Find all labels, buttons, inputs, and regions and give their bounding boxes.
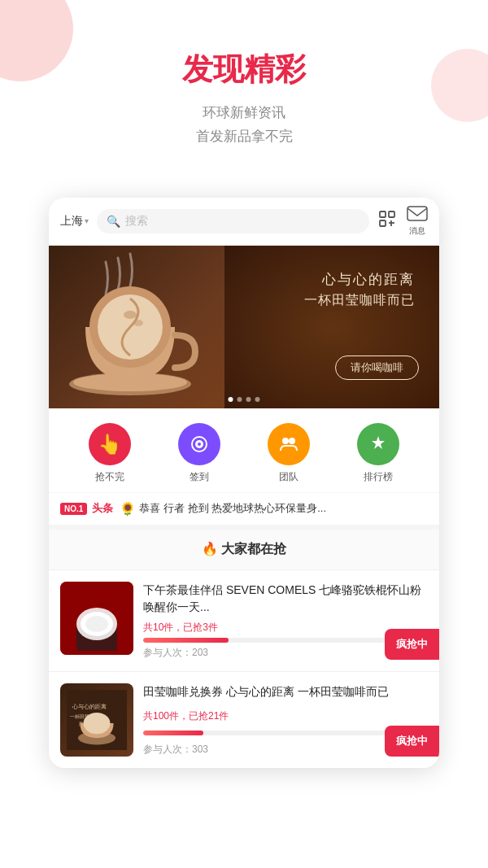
rush-button-2[interactable]: 疯抢中 [385, 726, 439, 757]
product-title-1: 下午茶最佳伴侣 SEVEN COMELS 七峰骆驼铁棍怀山粉 唤醒你一天... [143, 582, 428, 616]
product-title-2: 田莹咖啡兑换券 心与心的距离 一杯田莹咖啡而已 [143, 683, 428, 700]
svg-point-18 [289, 438, 295, 444]
banner-button[interactable]: 请你喝咖啡 [335, 355, 419, 380]
svg-point-13 [133, 320, 143, 326]
icon-item-checkin[interactable]: 签到 [178, 423, 220, 484]
flour-image [60, 582, 133, 655]
rush-label: 抢不完 [95, 470, 124, 484]
team-label: 团队 [279, 470, 298, 484]
rush-button-1[interactable]: 疯抢中 [385, 629, 439, 660]
banner-coffee-illustration [49, 246, 211, 408]
svg-rect-0 [380, 212, 386, 217]
progress-bar-2 [143, 731, 203, 735]
scan-icon[interactable] [377, 209, 397, 233]
svg-point-12 [124, 311, 137, 319]
svg-rect-7 [407, 207, 427, 220]
svg-text:心与心的距离: 心与心的距离 [72, 704, 107, 709]
ranking-icon-circle [357, 423, 399, 465]
hero-subtitle-line1: 环球新鲜资讯 [203, 105, 285, 120]
message-icon [407, 206, 428, 224]
message-label: 消息 [409, 225, 425, 237]
search-input-wrap[interactable]: 🔍 搜索 [97, 209, 369, 233]
banner-text-line2: 一杯田莹咖啡而已 [304, 292, 415, 309]
banner-dot-2 [237, 397, 242, 402]
hero-title: 发现精彩 [0, 49, 488, 90]
ranking-label: 排行榜 [364, 470, 393, 484]
coffee-image: 心与心的距离 一杯田莹咖啡 而已 [60, 683, 133, 757]
location-button[interactable]: 上海 ▾ [60, 214, 89, 229]
banner-dot-3 [246, 397, 251, 402]
icon-grid: 👆 抢不完 签到 团队 [49, 408, 439, 492]
icon-item-ranking[interactable]: 排行榜 [357, 423, 399, 484]
checkin-icon-circle [178, 423, 220, 465]
phone-frame: 上海 ▾ 🔍 搜索 消息 [49, 198, 439, 768]
product-thumb-2: 心与心的距离 一杯田莹咖啡 而已 [60, 683, 133, 757]
chevron-down-icon: ▾ [85, 216, 89, 225]
news-ticker[interactable]: NO.1 头条 🌻 恭喜 行者 抢到 热爱地球热心环保量身... [49, 492, 439, 525]
search-placeholder: 搜索 [125, 214, 148, 229]
product-thumb-1 [60, 582, 133, 655]
team-icon-circle [268, 423, 310, 465]
svg-point-16 [198, 443, 201, 446]
news-tag: 头条 [92, 501, 113, 516]
section-heading: 🔥 大家都在抢 [49, 525, 439, 569]
news-badge: NO.1 [60, 503, 87, 515]
svg-rect-2 [380, 220, 386, 226]
banner-dot-4 [255, 397, 260, 402]
search-bar: 上海 ▾ 🔍 搜索 消息 [49, 198, 439, 246]
news-text: 恭喜 行者 抢到 热爱地球热心环保量身... [139, 501, 428, 516]
svg-rect-1 [389, 212, 394, 217]
product-card-1: 下午茶最佳伴侣 SEVEN COMELS 七峰骆驼铁棍怀山粉 唤醒你一天... … [49, 569, 439, 671]
banner-dot-1 [229, 397, 233, 402]
banner-dots [229, 397, 260, 402]
search-icon: 🔍 [107, 215, 120, 228]
banner-text-line1: 心与心的距离 [304, 270, 415, 289]
progress-bar-1 [143, 638, 229, 643]
banner-text: 心与心的距离 一杯田莹咖啡而已 [304, 270, 415, 309]
banner: 心与心的距离 一杯田莹咖啡而已 请你喝咖啡 [49, 246, 439, 408]
sunflower-icon: 🌻 [120, 501, 136, 517]
icon-item-rush[interactable]: 👆 抢不完 [89, 423, 131, 484]
svg-point-23 [85, 616, 108, 632]
product-card-2: 心与心的距离 一杯田莹咖啡 而已 田莹咖啡兑换券 心与心的距离 一杯田莹咖啡而已… [49, 671, 439, 768]
location-label: 上海 [60, 214, 83, 229]
svg-point-17 [282, 438, 289, 444]
hero-subtitle-line2: 首发新品拿不完 [196, 129, 293, 144]
checkin-label: 签到 [190, 470, 209, 484]
bottom-spacer [0, 768, 488, 800]
hero-section: 发现精彩 环球新鲜资讯 首发新品拿不完 [0, 0, 488, 173]
icon-item-team[interactable]: 团队 [268, 423, 310, 484]
rush-icon-circle: 👆 [89, 423, 131, 465]
hero-subtitle: 环球新鲜资讯 首发新品拿不完 [0, 102, 488, 149]
svg-point-29 [84, 713, 111, 734]
message-button[interactable]: 消息 [407, 206, 428, 237]
product-stock-2: 共100件，已抢21件 [143, 709, 428, 723]
